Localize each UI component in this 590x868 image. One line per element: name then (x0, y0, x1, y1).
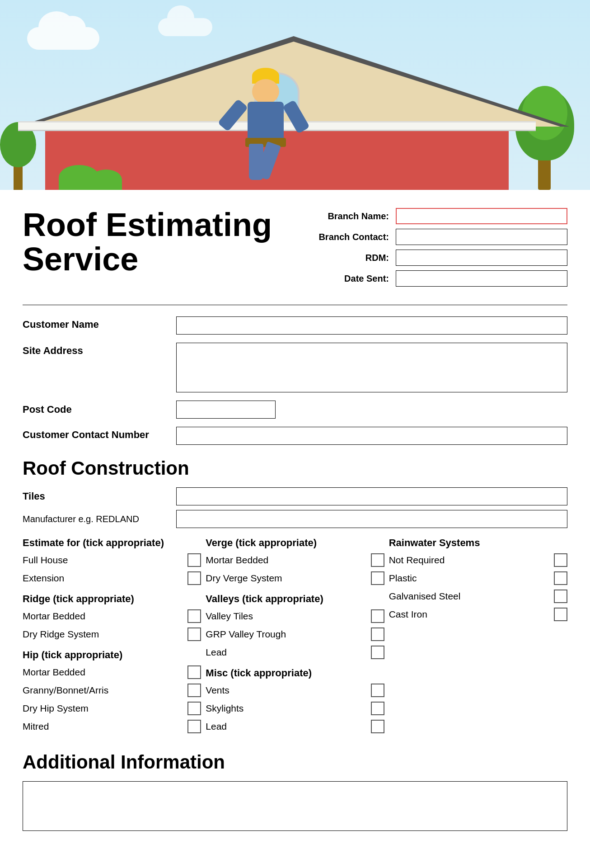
hip-granny-checkbox[interactable] (187, 684, 201, 697)
valleys-tiles-checkbox[interactable] (371, 609, 384, 623)
rainwater-not-required-checkbox[interactable] (554, 553, 567, 567)
hip-granny-label: Granny/Bonnet/Arris (23, 685, 184, 696)
ridge-group: Ridge (tick appropriate) Mortar Bedded D… (23, 593, 201, 641)
verge-dry-checkbox[interactable] (371, 571, 384, 585)
rainwater-plastic-label: Plastic (389, 573, 550, 584)
manufacturer-label: Manufacturer e.g. REDLAND (23, 514, 176, 524)
rainwater-cast-iron: Cast Iron (389, 608, 567, 621)
misc-lead-checkbox[interactable] (371, 720, 384, 733)
hip-dry: Dry Hip System (23, 702, 201, 715)
hip-mortar: Mortar Bedded (23, 665, 201, 679)
misc-vents-label: Vents (206, 685, 367, 696)
hip-group: Hip (tick appropriate) Mortar Bedded Gra… (23, 649, 201, 733)
manufacturer-row: Manufacturer e.g. REDLAND (23, 510, 567, 528)
rainwater-galvanised: Galvanised Steel (389, 590, 567, 603)
rainwater-galvanised-label: Galvanised Steel (389, 591, 550, 602)
additional-section: Additional Information (23, 751, 567, 831)
ridge-mortar: Mortar Bedded (23, 609, 201, 623)
verge-dry-label: Dry Verge System (206, 573, 367, 584)
ridge-group-title: Ridge (tick appropriate) (23, 593, 201, 605)
ridge-dry: Dry Ridge System (23, 627, 201, 641)
estimate-full-house-checkbox[interactable] (187, 553, 201, 567)
misc-vents: Vents (206, 684, 384, 697)
ridge-mortar-checkbox[interactable] (187, 609, 201, 623)
title-header-row: Roof Estimating Service Branch Name: Bra… (23, 203, 567, 291)
hip-group-title: Hip (tick appropriate) (23, 649, 201, 661)
ridge-dry-checkbox[interactable] (187, 627, 201, 641)
site-address-label: Site Address (23, 343, 176, 357)
verge-mortar: Mortar Bedded (206, 553, 384, 567)
branch-name-row: Branch Name: (314, 208, 567, 224)
rainwater-cast-iron-checkbox[interactable] (554, 608, 567, 621)
hip-mortar-checkbox[interactable] (187, 665, 201, 679)
valleys-grp-label: GRP Valley Trough (206, 629, 367, 640)
ridge-dry-label: Dry Ridge System (23, 629, 184, 640)
misc-group: Misc (tick appropriate) Vents Skylights … (206, 667, 384, 733)
misc-group-title: Misc (tick appropriate) (206, 667, 384, 679)
rainwater-not-required-label: Not Required (389, 555, 550, 566)
rainwater-plastic: Plastic (389, 571, 567, 585)
valleys-lead-checkbox[interactable] (371, 646, 384, 659)
hip-mortar-label: Mortar Bedded (23, 667, 184, 678)
valleys-tiles: Valley Tiles (206, 609, 384, 623)
customer-name-input[interactable] (176, 316, 567, 335)
post-code-input[interactable] (176, 401, 276, 419)
rdm-input[interactable] (396, 250, 567, 266)
tiles-input[interactable] (176, 487, 567, 505)
misc-vents-checkbox[interactable] (371, 684, 384, 697)
tiles-label: Tiles (23, 491, 176, 502)
hip-granny: Granny/Bonnet/Arris (23, 684, 201, 697)
valleys-group-title: Valleys (tick appropriate) (206, 593, 384, 605)
worker-figure (236, 68, 295, 185)
branch-name-input[interactable] (396, 208, 567, 224)
valleys-grp: GRP Valley Trough (206, 627, 384, 641)
valleys-lead: Lead (206, 646, 384, 659)
customer-contact-row: Customer Contact Number (23, 427, 567, 445)
site-address-row: Site Address (23, 343, 567, 392)
post-code-label: Post Code (23, 404, 176, 415)
customer-name-row: Customer Name (23, 316, 567, 335)
hip-mitred-label: Mitred (23, 721, 184, 732)
main-title: Roof Estimating Service (23, 208, 314, 276)
post-code-row: Post Code (23, 401, 567, 419)
rdm-row: RDM: (314, 250, 567, 266)
divider-1 (23, 305, 567, 305)
estimate-extension-checkbox[interactable] (187, 571, 201, 585)
verge-mortar-checkbox[interactable] (371, 553, 384, 567)
manufacturer-input[interactable] (176, 510, 567, 528)
hip-dry-checkbox[interactable] (187, 702, 201, 715)
additional-input[interactable] (23, 781, 567, 831)
date-sent-row: Date Sent: (314, 270, 567, 287)
date-sent-label: Date Sent: (314, 274, 396, 284)
valleys-grp-checkbox[interactable] (371, 627, 384, 641)
worker-body (248, 102, 284, 142)
header-illustration (0, 0, 590, 190)
branch-contact-label: Branch Contact: (314, 232, 396, 242)
customer-name-label: Customer Name (23, 316, 176, 330)
hip-mitred-checkbox[interactable] (187, 720, 201, 733)
estimate-full-house: Full House (23, 553, 201, 567)
misc-lead-label: Lead (206, 721, 367, 732)
estimate-full-house-label: Full House (23, 555, 184, 566)
header-fields: Branch Name: Branch Contact: RDM: Date S… (314, 208, 567, 291)
misc-skylights: Skylights (206, 702, 384, 715)
check-col-3: Rainwater Systems Not Required Plastic G… (389, 537, 567, 738)
customer-contact-input[interactable] (176, 427, 567, 445)
rainwater-galvanised-checkbox[interactable] (554, 590, 567, 603)
branch-contact-row: Branch Contact: (314, 229, 567, 245)
rdm-label: RDM: (314, 253, 396, 263)
branch-name-label: Branch Name: (314, 211, 396, 222)
misc-lead: Lead (206, 720, 384, 733)
rainwater-plastic-checkbox[interactable] (554, 571, 567, 585)
tiles-section: Tiles Manufacturer e.g. REDLAND (23, 487, 567, 528)
tiles-row: Tiles (23, 487, 567, 505)
branch-contact-input[interactable] (396, 229, 567, 245)
valleys-tiles-label: Valley Tiles (206, 611, 367, 622)
verge-dry: Dry Verge System (206, 571, 384, 585)
estimate-extension-label: Extension (23, 573, 184, 584)
rainwater-not-required: Not Required (389, 553, 567, 567)
site-address-input[interactable] (176, 343, 567, 392)
hip-dry-label: Dry Hip System (23, 703, 184, 714)
date-sent-input[interactable] (396, 270, 567, 287)
misc-skylights-checkbox[interactable] (371, 702, 384, 715)
